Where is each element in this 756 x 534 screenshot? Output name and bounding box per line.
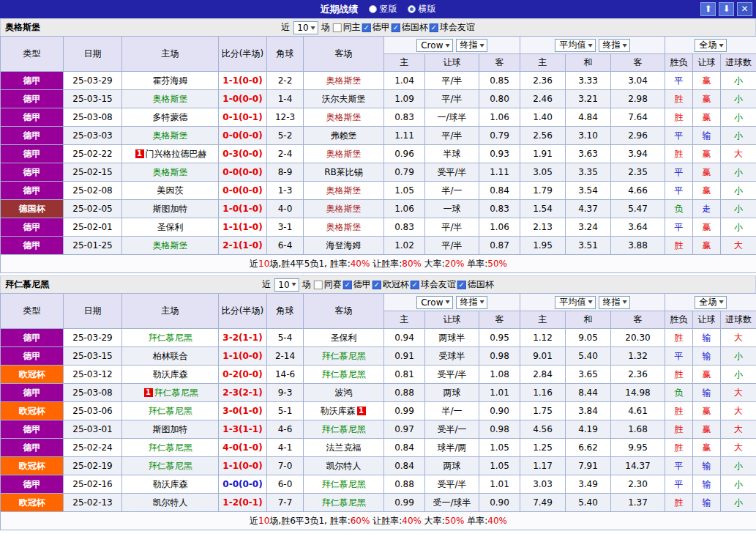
- odds-time-select[interactable]: 终指▼: [456, 296, 487, 309]
- team-name[interactable]: 拜仁慕尼黑: [149, 406, 192, 416]
- team-name[interactable]: 斯图加特: [153, 424, 188, 434]
- checkbox-checked-icon[interactable]: ✓: [343, 281, 352, 289]
- away-team-cell[interactable]: 海登海姆: [304, 237, 384, 255]
- team-name[interactable]: 霍芬海姆: [153, 75, 188, 86]
- home-team-cell[interactable]: 拜仁慕尼黑: [122, 457, 219, 475]
- home-team-cell[interactable]: 奥格斯堡: [122, 90, 219, 108]
- team-name[interactable]: 奥格斯堡: [326, 222, 362, 232]
- layout-horizontal-radio[interactable]: 横版: [408, 3, 436, 15]
- team-name[interactable]: 拜仁慕尼黑: [154, 387, 198, 398]
- match-count-select[interactable]: 10 ▼: [274, 278, 299, 292]
- away-team-cell[interactable]: 奥格斯堡: [304, 200, 384, 218]
- team-name[interactable]: 奥格斯堡: [326, 149, 362, 159]
- team-name[interactable]: 拜仁慕尼黑: [322, 424, 366, 434]
- team-name[interactable]: 拜仁慕尼黑: [149, 442, 192, 453]
- team-name[interactable]: 柏林联合: [153, 351, 188, 361]
- team-name[interactable]: 拜仁慕尼黑: [149, 461, 192, 471]
- team-name[interactable]: 圣保利: [157, 222, 184, 232]
- home-team-cell[interactable]: 多特蒙德: [122, 108, 219, 127]
- scope-select[interactable]: 全场▼: [695, 296, 726, 309]
- team-name[interactable]: 奥格斯堡: [153, 167, 188, 177]
- filter-checkbox[interactable]: ✓球会友谊: [430, 21, 475, 34]
- team-name[interactable]: 奥格斯堡: [153, 130, 188, 141]
- checkbox-checked-icon[interactable]: ✓: [392, 23, 400, 32]
- team-name[interactable]: 奥格斯堡: [326, 112, 362, 122]
- checkbox-checked-icon[interactable]: ✓: [430, 23, 438, 32]
- team-name[interactable]: 拜仁慕尼黑: [149, 333, 192, 343]
- home-team-cell[interactable]: 奥格斯堡: [122, 237, 219, 255]
- away-team-cell[interactable]: 凯尔特人: [304, 457, 384, 475]
- team-name[interactable]: 海登海姆: [326, 240, 362, 251]
- away-team-cell[interactable]: 法兰克福: [304, 439, 384, 457]
- scope-select[interactable]: 全场▼: [695, 39, 726, 52]
- team-name[interactable]: 美因茨: [157, 185, 184, 196]
- away-team-cell[interactable]: 拜仁慕尼黑: [304, 475, 384, 494]
- home-team-cell[interactable]: 柏林联合: [122, 347, 219, 366]
- team-name[interactable]: 勒沃库森: [321, 406, 356, 416]
- team-name[interactable]: RB莱比锡: [324, 167, 363, 177]
- odds-time-select[interactable]: 终指▼: [456, 39, 487, 52]
- filter-checkbox[interactable]: ✓德国杯: [457, 278, 494, 291]
- home-team-cell[interactable]: 圣保利: [122, 218, 219, 237]
- home-team-cell[interactable]: 美因茨: [122, 182, 219, 200]
- team-name[interactable]: 拜仁慕尼黑: [322, 497, 366, 508]
- away-team-cell[interactable]: 拜仁慕尼黑: [304, 494, 384, 512]
- team-name[interactable]: 门兴格拉德巴赫: [146, 149, 207, 159]
- team-name[interactable]: 奥格斯堡: [153, 94, 188, 104]
- team-name[interactable]: 斯图加特: [153, 204, 188, 214]
- team-name[interactable]: 凯尔特人: [153, 497, 188, 508]
- home-team-cell[interactable]: 奥格斯堡: [122, 163, 219, 182]
- team-name[interactable]: 法兰克福: [326, 442, 362, 453]
- close-button[interactable]: ✕: [737, 2, 752, 16]
- home-team-cell[interactable]: 斯图加特: [122, 200, 219, 218]
- team-name[interactable]: 圣保利: [331, 333, 357, 343]
- avg-time-select[interactable]: 终指▼: [599, 39, 630, 52]
- home-team-cell[interactable]: 斯图加特: [122, 420, 219, 439]
- team-name[interactable]: 勒沃库森: [153, 369, 188, 379]
- avg-time-select[interactable]: 终指▼: [599, 296, 630, 309]
- filter-checkbox[interactable]: 同主: [333, 21, 361, 34]
- checkbox-unchecked-icon[interactable]: [333, 23, 342, 32]
- away-team-cell[interactable]: 拜仁慕尼黑: [304, 366, 384, 384]
- checkbox-checked-icon[interactable]: ✓: [362, 23, 371, 32]
- team-name[interactable]: 奥格斯堡: [153, 240, 188, 251]
- home-team-cell[interactable]: 1门兴格拉德巴赫: [122, 145, 219, 163]
- odds-company-select[interactable]: Crow▼: [416, 39, 452, 52]
- team-name[interactable]: 多特蒙德: [153, 112, 188, 122]
- match-count-select[interactable]: 10 ▼: [293, 21, 318, 34]
- team-name[interactable]: 奥格斯堡: [326, 75, 362, 86]
- away-team-cell[interactable]: 弗赖堡: [304, 127, 384, 145]
- team-name[interactable]: 拜仁慕尼黑: [322, 351, 366, 361]
- away-team-cell[interactable]: 奥格斯堡: [304, 218, 384, 237]
- filter-checkbox[interactable]: ✓球会友谊: [411, 278, 456, 291]
- checkbox-checked-icon[interactable]: ✓: [457, 281, 466, 289]
- team-name[interactable]: 奥格斯堡: [326, 185, 362, 196]
- home-team-cell[interactable]: 勒沃库森: [122, 475, 219, 494]
- avg-odds-select[interactable]: 平均值▼: [555, 296, 595, 309]
- away-team-cell[interactable]: 圣保利: [304, 329, 384, 347]
- home-team-cell[interactable]: 霍芬海姆: [122, 72, 219, 90]
- filter-checkbox[interactable]: ✓德国杯: [392, 21, 428, 34]
- home-team-cell[interactable]: 拜仁慕尼黑: [122, 439, 219, 457]
- team-name[interactable]: 弗赖堡: [331, 130, 357, 141]
- away-team-cell[interactable]: 沃尔夫斯堡: [304, 90, 384, 108]
- away-team-cell[interactable]: 波鸿: [304, 384, 384, 402]
- home-team-cell[interactable]: 勒沃库森: [122, 366, 219, 384]
- move-down-button[interactable]: ⬇: [719, 2, 734, 16]
- away-team-cell[interactable]: 奥格斯堡: [304, 182, 384, 200]
- team-name[interactable]: 凯尔特人: [326, 461, 362, 471]
- team-name[interactable]: 拜仁慕尼黑: [322, 369, 366, 379]
- avg-odds-select[interactable]: 平均值▼: [555, 39, 595, 52]
- away-team-cell[interactable]: 奥格斯堡: [304, 108, 384, 127]
- filter-checkbox[interactable]: ✓德甲: [343, 278, 371, 291]
- filter-checkbox[interactable]: ✓欧冠杯: [373, 278, 409, 291]
- filter-checkbox[interactable]: ✓德甲: [362, 21, 390, 34]
- checkbox-checked-icon[interactable]: ✓: [373, 281, 381, 289]
- checkbox-checked-icon[interactable]: ✓: [411, 281, 419, 289]
- home-team-cell[interactable]: 拜仁慕尼黑: [122, 329, 219, 347]
- home-team-cell[interactable]: 拜仁慕尼黑: [122, 402, 219, 420]
- away-team-cell[interactable]: 拜仁慕尼黑: [304, 347, 384, 366]
- home-team-cell[interactable]: 凯尔特人: [122, 494, 219, 512]
- team-name[interactable]: 波鸿: [335, 387, 353, 398]
- away-team-cell[interactable]: 勒沃库森1: [304, 402, 384, 420]
